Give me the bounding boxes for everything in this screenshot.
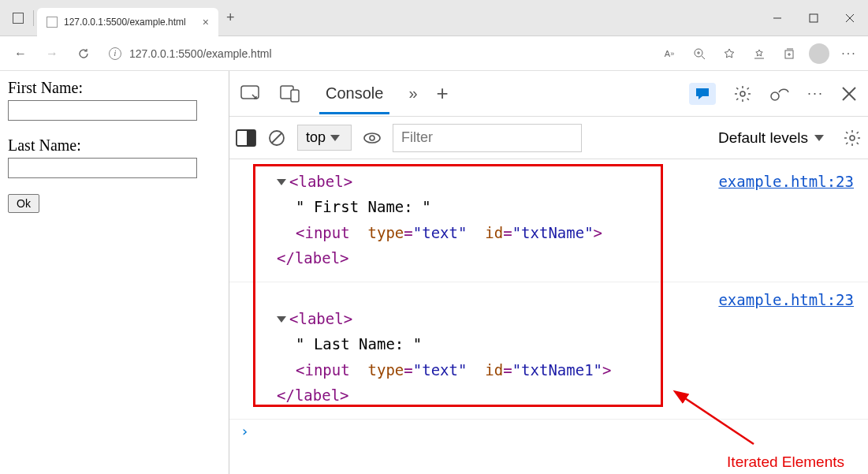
- devtools-header: Console » + ···: [229, 71, 868, 117]
- url-text: 127.0.0.1:5500/example.html: [129, 47, 272, 60]
- window-controls: [759, 0, 868, 36]
- refresh-button[interactable]: [69, 39, 98, 68]
- maximize-button[interactable]: [795, 0, 832, 36]
- id-val: "txtName1": [512, 361, 602, 379]
- more-tabs-icon[interactable]: »: [408, 84, 417, 103]
- forward-button: →: [38, 39, 66, 68]
- text-node: " First Name: ": [296, 198, 431, 215]
- close-devtools-icon[interactable]: [841, 86, 857, 102]
- last-name-input[interactable]: [8, 158, 197, 178]
- source-link[interactable]: example.html:23: [718, 287, 854, 312]
- favorites-bar-icon[interactable]: [747, 41, 772, 66]
- svg-point-25: [370, 136, 374, 140]
- label-close-tag: </label>: [277, 386, 349, 404]
- zoom-icon[interactable]: [687, 41, 712, 66]
- input-close: >: [602, 361, 611, 379]
- first-name-label: First Name:: [8, 79, 221, 97]
- label-close-tag: </label>: [277, 249, 349, 267]
- svg-point-24: [364, 133, 380, 143]
- window-titlebar: 127.0.0.1:5500/example.html × +: [0, 0, 868, 36]
- close-tab-icon[interactable]: ×: [203, 16, 209, 28]
- collections-icon[interactable]: [777, 41, 802, 66]
- svg-rect-21: [247, 130, 255, 146]
- tabs-area: 127.0.0.1:5500/example.html × +: [0, 0, 759, 35]
- settings-icon[interactable]: [733, 84, 752, 103]
- svg-rect-15: [291, 90, 299, 102]
- svg-point-26: [850, 136, 855, 140]
- svg-point-17: [771, 92, 779, 100]
- favorites-icon[interactable]: [717, 41, 742, 66]
- tab-title: 127.0.0.1:5500/example.html: [64, 17, 186, 28]
- expand-toggle-icon[interactable]: [277, 316, 286, 323]
- id-attr: id: [485, 361, 503, 379]
- text-node: " Last Name: ": [296, 335, 422, 353]
- expand-toggle-icon[interactable]: [277, 179, 286, 185]
- input-tag: <input: [296, 224, 350, 241]
- read-aloud-icon[interactable]: A»: [657, 41, 682, 66]
- svg-line-27: [683, 397, 754, 444]
- annotation-label: Iterated Elements: [727, 453, 844, 471]
- levels-label: Default levels: [718, 129, 808, 147]
- devtools-panel: Console » + ···: [229, 71, 868, 474]
- console-log-entry[interactable]: example.html:23 <label> " First Name: " …: [229, 164, 868, 282]
- chevron-down-icon: [330, 135, 340, 141]
- last-name-label: Last Name:: [8, 136, 221, 155]
- label-open-tag: <label>: [289, 310, 352, 327]
- file-icon: [47, 17, 58, 28]
- page-body: First Name: Last Name: Ok: [0, 71, 229, 474]
- close-window-button[interactable]: [832, 0, 868, 36]
- minimize-button[interactable]: [759, 0, 795, 36]
- id-attr: id: [485, 224, 503, 241]
- console-tab[interactable]: Console: [319, 73, 389, 114]
- svg-line-23: [272, 133, 281, 143]
- input-tag: <input: [296, 361, 350, 379]
- svg-line-5: [702, 56, 705, 59]
- new-tab-button[interactable]: +: [218, 9, 243, 26]
- activity-icon[interactable]: [769, 85, 790, 103]
- new-tab-icon[interactable]: +: [437, 81, 449, 106]
- tab-actions-icon[interactable]: [13, 13, 24, 24]
- console-prompt[interactable]: ›: [229, 420, 868, 442]
- chevron-down-icon: [814, 135, 824, 141]
- source-link[interactable]: example.html:23: [718, 169, 854, 194]
- feedback-icon[interactable]: [689, 83, 716, 105]
- first-name-input[interactable]: [8, 100, 197, 121]
- console-settings-icon[interactable]: [843, 129, 862, 147]
- label-open-tag: <label>: [289, 173, 352, 190]
- log-levels-selector[interactable]: Default levels: [718, 129, 827, 147]
- toggle-sidebar-icon[interactable]: [236, 129, 256, 147]
- url-input[interactable]: i 127.0.0.1:5500/example.html: [101, 41, 654, 66]
- address-bar: ← → i 127.0.0.1:5500/example.html A» ···: [0, 36, 868, 71]
- console-log-entry[interactable]: example.html:23 <label> " Last Name: " <…: [229, 282, 868, 420]
- browser-tab[interactable]: 127.0.0.1:5500/example.html ×: [37, 8, 218, 36]
- type-val: "text": [413, 361, 468, 379]
- divider: [33, 10, 34, 26]
- type-val: "text": [413, 224, 468, 241]
- type-attr: type: [368, 224, 404, 241]
- svg-point-16: [740, 91, 745, 96]
- input-close: >: [594, 224, 602, 241]
- svg-rect-1: [810, 14, 818, 22]
- inspect-icon[interactable]: [240, 85, 261, 103]
- content-area: First Name: Last Name: Ok Console » +: [0, 71, 868, 474]
- ok-button[interactable]: Ok: [8, 194, 39, 213]
- arrow-icon: [667, 389, 762, 452]
- execution-context-selector[interactable]: top: [297, 125, 352, 151]
- menu-button[interactable]: ···: [836, 41, 862, 66]
- site-info-icon[interactable]: i: [109, 47, 121, 60]
- profile-avatar[interactable]: [807, 41, 832, 66]
- type-attr: type: [368, 361, 404, 379]
- console-output: example.html:23 <label> " First Name: " …: [229, 159, 868, 474]
- console-toolbar: top Default levels: [229, 117, 868, 159]
- scope-label: top: [306, 129, 326, 146]
- browser-toolbar: A» ···: [657, 41, 862, 66]
- live-expression-icon[interactable]: [363, 130, 382, 146]
- clear-console-icon[interactable]: [267, 129, 286, 147]
- id-val: "txtName": [512, 224, 594, 241]
- more-options-icon[interactable]: ···: [807, 85, 824, 102]
- device-toggle-icon[interactable]: [280, 85, 300, 103]
- filter-input[interactable]: [393, 124, 582, 152]
- back-button[interactable]: ←: [6, 39, 35, 68]
